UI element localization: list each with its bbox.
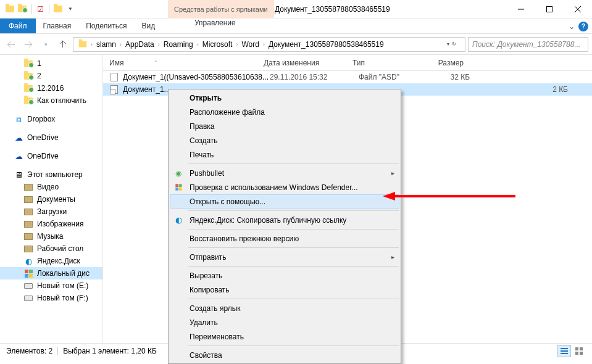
file-name: Документ_1((Unsaved-305588053610638... (123, 73, 270, 81)
menu-item-copy[interactable]: Копировать (170, 283, 399, 297)
address-bar[interactable]: › slamn› AppData› Roaming› Microsoft› Wo… (73, 37, 465, 52)
chevron-right-icon[interactable]: › (157, 41, 161, 48)
chevron-right-icon[interactable]: › (262, 41, 266, 48)
sidebar-item[interactable]: Рабочий стол (0, 242, 102, 255)
sidebar-item[interactable]: Изображения (0, 218, 102, 230)
shortcut-icon (109, 85, 119, 94)
sidebar-item[interactable]: 1 (0, 57, 102, 70)
menu-item-pushbullet[interactable]: ◉Pushbullet▸ (170, 166, 399, 180)
menu-item-send-to[interactable]: Отправить▸ (170, 250, 399, 264)
column-date[interactable]: Дата изменения (264, 59, 352, 67)
menu-item-file-location[interactable]: Расположение файла (170, 105, 399, 119)
chevron-right-icon[interactable]: › (235, 41, 239, 48)
column-size[interactable]: Размер (420, 59, 464, 67)
sidebar-item-drive[interactable]: Новый том (E:) (0, 279, 102, 292)
column-headers[interactable]: Имя˄ Дата изменения Тип Размер (103, 55, 592, 71)
root-icon[interactable] (76, 41, 90, 48)
sidebar-item-thispc[interactable]: 🖥Этот компьютер (0, 168, 102, 181)
menu-item-create-shortcut[interactable]: Создать ярлык (170, 301, 399, 315)
sidebar-item[interactable]: Документы (0, 193, 102, 205)
menu-item-yadisk[interactable]: ◐Яндекс.Диск: Скопировать публичную ссыл… (170, 213, 399, 227)
menu-item-restore-version[interactable]: Восстановить прежнюю версию (170, 231, 399, 246)
breadcrumb-segment[interactable]: Microsoft (200, 40, 235, 49)
yandex-disk-icon: ◐ (173, 215, 183, 225)
column-name[interactable]: Имя˄ (109, 59, 264, 67)
menu-item-cut[interactable]: Вырезать (170, 268, 399, 283)
folder-icon (5, 4, 15, 14)
menu-item-rename[interactable]: Переименовать (170, 329, 399, 344)
sidebar-item[interactable]: Музыка (0, 230, 102, 242)
properties-icon[interactable]: ☑ (35, 4, 45, 14)
sidebar-label: OneDrive (27, 133, 59, 142)
chevron-right-icon[interactable]: › (196, 41, 200, 48)
sidebar-item-drive[interactable]: Новый том (F:) (0, 292, 102, 304)
divider (57, 347, 58, 355)
sidebar-label: Новый том (F:) (37, 294, 88, 302)
contextual-tab-label: Средства работы с ярлыками (168, 0, 274, 19)
collapse-ribbon-icon[interactable]: ⌄ (569, 22, 575, 31)
window-title: Документ_1305587880538465519 (275, 0, 390, 19)
sidebar-item[interactable]: Как отключить (0, 94, 102, 107)
sidebar-item-onedrive[interactable]: ☁OneDrive (0, 131, 102, 144)
sidebar-item-yadisk[interactable]: ◐Яндекс.Диск (0, 255, 102, 267)
menu-item-open-with[interactable]: Открыть с помощью... (170, 194, 399, 209)
menu-item-edit[interactable]: Правка (170, 119, 399, 133)
maximize-button[interactable] (535, 0, 564, 19)
menu-item-new[interactable]: Создать (170, 133, 399, 147)
breadcrumb-segment[interactable]: Документ_1305587880538465519 (266, 40, 386, 49)
recent-locations-icon[interactable]: ▾ (38, 37, 53, 52)
close-button[interactable] (564, 0, 592, 19)
menu-item-defender[interactable]: Проверка с использованием Windows Defend… (170, 180, 399, 194)
menu-label: Pushbullet (190, 169, 224, 178)
sidebar-item-onedrive[interactable]: ☁OneDrive (0, 150, 102, 162)
tab-view[interactable]: Вид (134, 19, 162, 33)
up-button[interactable]: 🡡 (56, 37, 70, 52)
tab-home[interactable]: Главная (36, 19, 79, 33)
sidebar-label: Документы (37, 195, 75, 204)
view-switcher (557, 345, 586, 357)
breadcrumb-segment[interactable]: slamn (94, 40, 119, 49)
help-icon[interactable]: ? (578, 22, 588, 31)
dropdown-icon[interactable]: ▼ (65, 4, 75, 14)
refresh-icon[interactable]: ▾ ↻ (443, 41, 460, 47)
menu-item-properties[interactable]: Свойства (170, 348, 399, 362)
file-tab[interactable]: Файл (0, 19, 36, 33)
sidebar-item[interactable]: 12.2016 (0, 82, 102, 94)
minimize-button[interactable] (507, 0, 535, 19)
sidebar-item[interactable]: 2 (0, 70, 102, 82)
sidebar-item[interactable]: Загрузки (0, 205, 102, 218)
sidebar-label: Изображения (37, 220, 83, 228)
forward-button[interactable]: 🡢 (21, 37, 36, 52)
onedrive-icon: ☁ (14, 151, 23, 161)
status-selection: Выбран 1 элемент: 1,20 КБ (63, 347, 157, 355)
sidebar-item-dropbox[interactable]: ⧈Dropbox (0, 113, 102, 125)
sidebar-label: Загрузки (37, 207, 67, 216)
menu-item-print[interactable]: Печать (170, 147, 399, 162)
column-type[interactable]: Тип (352, 59, 420, 67)
breadcrumb-segment[interactable]: AppData (123, 40, 157, 49)
navigation-pane[interactable]: 1 2 12.2016 Как отключить ⧈Dropbox ☁OneD… (0, 55, 103, 343)
back-button[interactable]: 🡠 (4, 37, 19, 52)
folder-icon (23, 96, 33, 105)
file-date: 29.11.2016 15:32 (270, 73, 359, 81)
breadcrumb-segment[interactable]: Roaming (161, 40, 196, 49)
sidebar-item[interactable]: Видео (0, 181, 102, 193)
details-view-button[interactable] (557, 345, 571, 357)
tab-manage[interactable]: Управление (187, 19, 243, 27)
sidebar-label: Локальный дис (37, 269, 90, 278)
breadcrumb-segment[interactable]: Word (239, 40, 261, 49)
menu-item-open[interactable]: Открыть (170, 91, 399, 105)
tab-share[interactable]: Поделиться (78, 19, 134, 33)
search-placeholder: Поиск: Документ_130558788... (472, 40, 580, 49)
large-icons-view-button[interactable] (572, 345, 586, 357)
file-row[interactable]: Документ_1((Unsaved-305588053610638... 2… (103, 71, 592, 83)
status-item-count: Элементов: 2 (6, 347, 52, 355)
sidebar-item-local-disk[interactable]: Локальный дис (0, 267, 102, 279)
drive-icon (23, 293, 33, 303)
menu-label: Восстановить прежнюю версию (190, 234, 299, 243)
chevron-right-icon[interactable]: › (90, 41, 94, 48)
search-input[interactable]: Поиск: Документ_130558788... (468, 37, 588, 52)
chevron-right-icon[interactable]: › (119, 41, 123, 48)
menu-item-delete[interactable]: Удалить (170, 315, 399, 329)
menu-label: Создать ярлык (190, 304, 241, 313)
